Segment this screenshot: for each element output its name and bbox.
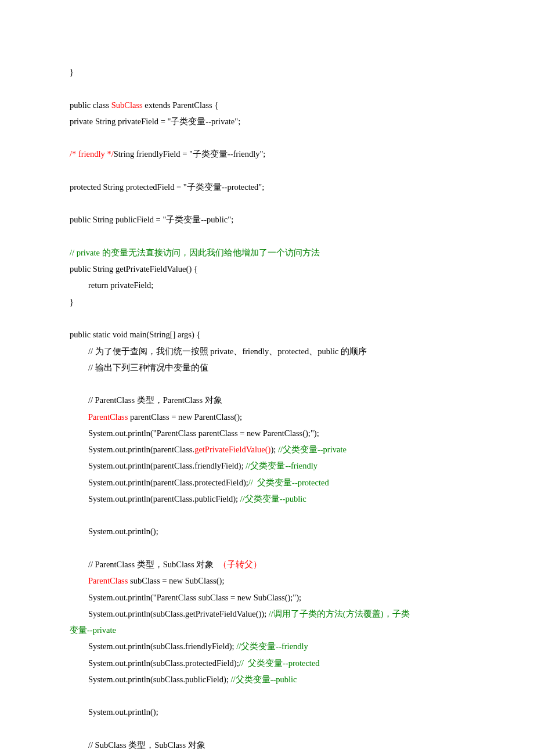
code-line: } bbox=[70, 64, 464, 80]
code-segment: //父类变量--public bbox=[240, 494, 306, 503]
code-segment: System.out.println(subClass.getPrivateFi… bbox=[88, 609, 269, 618]
code-segment: System.out.println(parentClass. bbox=[88, 445, 194, 454]
code-segment: // ParentClass 类型，SubClass 对象 bbox=[88, 560, 218, 569]
code-line bbox=[70, 540, 464, 556]
code-line: System.out.println(subClass.protectedFie… bbox=[70, 655, 464, 671]
code-line bbox=[70, 129, 464, 146]
code-line bbox=[70, 376, 464, 392]
code-segment: //父类变量--public bbox=[231, 675, 297, 684]
code-line: public String publicField = "子类变量--publi… bbox=[70, 211, 464, 228]
code-line bbox=[70, 80, 464, 96]
code-segment: 变量--private bbox=[70, 625, 116, 635]
code-line: protected String protectedField = "子类变量-… bbox=[70, 179, 464, 195]
code-segment: subClass = new SubClass(); bbox=[128, 576, 224, 585]
code-line: System.out.println(); bbox=[70, 704, 464, 720]
code-line: SubClass subClazz = new SubClass(); bbox=[70, 753, 464, 756]
code-segment: public String getPrivateFieldValue() { bbox=[70, 264, 198, 273]
code-block: } public class SubClass extends ParentCl… bbox=[70, 64, 464, 756]
code-segment: System.out.println(subClass.publicField)… bbox=[88, 675, 231, 684]
code-line: public class SubClass extends ParentClas… bbox=[70, 97, 464, 113]
code-segment: // 父类变量--protected bbox=[239, 658, 320, 668]
code-line bbox=[70, 721, 464, 737]
code-segment: private String privateField = "子类变量--pri… bbox=[70, 117, 240, 126]
code-segment: SubClass bbox=[111, 100, 143, 110]
code-line: // ParentClass 类型，ParentClass 对象 bbox=[70, 392, 464, 408]
code-line: // SubClass 类型，SubClass 对象 bbox=[70, 737, 464, 753]
code-line: System.out.println(subClass.friendlyFiel… bbox=[70, 638, 464, 654]
code-line bbox=[70, 163, 464, 179]
code-segment: // SubClass 类型，SubClass 对象 bbox=[88, 740, 205, 750]
code-line bbox=[70, 687, 464, 704]
code-line bbox=[70, 507, 464, 523]
code-segment: // ParentClass 类型，ParentClass 对象 bbox=[88, 395, 222, 405]
code-line: System.out.println(subClass.publicField)… bbox=[70, 671, 464, 687]
code-line: return privateField; bbox=[70, 277, 464, 293]
code-line: /* friendly */String friendlyField = "子类… bbox=[70, 146, 464, 162]
code-segment: public String publicField = "子类变量--publi… bbox=[70, 215, 233, 224]
code-line bbox=[70, 195, 464, 211]
code-segment: System.out.println(); bbox=[88, 527, 158, 536]
code-segment: ParentClass bbox=[88, 576, 128, 585]
code-line: System.out.println(parentClass.friendlyF… bbox=[70, 458, 464, 474]
code-segment: parentClass = new ParentClass(); bbox=[128, 412, 242, 422]
code-line: 变量--private bbox=[70, 622, 464, 638]
code-line: System.out.println(parentClass.publicFie… bbox=[70, 491, 464, 507]
code-line: System.out.println("ParentClass subClass… bbox=[70, 589, 464, 606]
code-segment: extends ParentClass { bbox=[143, 100, 219, 110]
code-segment: System.out.println(parentClass.friendlyF… bbox=[88, 461, 246, 470]
code-line: public String getPrivateFieldValue() { bbox=[70, 261, 464, 277]
code-segment: System.out.println("ParentClass subClass… bbox=[88, 593, 301, 602]
code-segment: /* friendly */ bbox=[70, 149, 114, 159]
code-segment: // 父类变量--protected bbox=[248, 478, 329, 487]
code-line: ParentClass subClass = new SubClass(); bbox=[70, 573, 464, 589]
code-line: System.out.println(subClass.getPrivateFi… bbox=[70, 606, 464, 622]
code-segment: （子转父） bbox=[218, 560, 262, 569]
code-segment: System.out.println(); bbox=[88, 707, 158, 717]
code-segment: ParentClass bbox=[88, 412, 128, 422]
code-line: System.out.println(parentClass.getPrivat… bbox=[70, 441, 464, 458]
code-segment: System.out.println(subClass.protectedFie… bbox=[88, 658, 239, 668]
code-segment: public static void main(String[] args) { bbox=[70, 330, 200, 339]
code-line: // 为了便于查阅，我们统一按照 private、friendly、protec… bbox=[70, 343, 464, 359]
code-segment: String friendlyField = "子类变量--friendly"; bbox=[114, 149, 266, 159]
code-segment: System.out.println(parentClass.publicFie… bbox=[88, 494, 240, 503]
code-segment: getPrivateFieldValue() bbox=[194, 445, 270, 454]
code-line bbox=[70, 228, 464, 244]
code-segment: return privateField; bbox=[88, 280, 153, 290]
code-segment: //父类变量--private bbox=[278, 445, 347, 454]
code-segment: System.out.println(subClass.friendlyFiel… bbox=[88, 642, 236, 651]
document-page: } public class SubClass extends ParentCl… bbox=[0, 0, 534, 756]
code-line: // private 的变量无法直接访问，因此我们给他增加了一个访问方法 bbox=[70, 244, 464, 261]
code-segment: // 为了便于查阅，我们统一按照 private、friendly、protec… bbox=[88, 347, 367, 356]
code-line: } bbox=[70, 294, 464, 310]
code-line: ParentClass parentClass = new ParentClas… bbox=[70, 409, 464, 425]
code-segment: } bbox=[70, 297, 74, 307]
code-segment: //父类变量--friendly bbox=[236, 642, 308, 651]
code-segment: protected String protectedField = "子类变量-… bbox=[70, 182, 264, 192]
code-line bbox=[70, 310, 464, 326]
code-line: System.out.println(); bbox=[70, 523, 464, 539]
code-segment: } bbox=[70, 67, 74, 77]
code-segment: ); bbox=[270, 445, 277, 454]
code-line: System.out.println("ParentClass parentCl… bbox=[70, 425, 464, 441]
code-line: public static void main(String[] args) { bbox=[70, 326, 464, 343]
code-segment: System.out.println("ParentClass parentCl… bbox=[88, 429, 319, 438]
code-segment: // private 的变量无法直接访问，因此我们给他增加了一个访问方法 bbox=[70, 248, 320, 257]
code-line: System.out.println(parentClass.protected… bbox=[70, 474, 464, 491]
code-segment: // 输出下列三种情况中变量的值 bbox=[88, 363, 208, 372]
code-line: private String privateField = "子类变量--pri… bbox=[70, 113, 464, 129]
code-segment: System.out.println(parentClass.protected… bbox=[88, 478, 248, 487]
code-segment: //调用了子类的方法(方法覆盖)，子类 bbox=[269, 609, 410, 618]
code-line: // ParentClass 类型，SubClass 对象 （子转父） bbox=[70, 556, 464, 573]
code-segment: public class bbox=[70, 100, 111, 110]
code-line: // 输出下列三种情况中变量的值 bbox=[70, 359, 464, 376]
code-segment: //父类变量--friendly bbox=[246, 461, 317, 470]
